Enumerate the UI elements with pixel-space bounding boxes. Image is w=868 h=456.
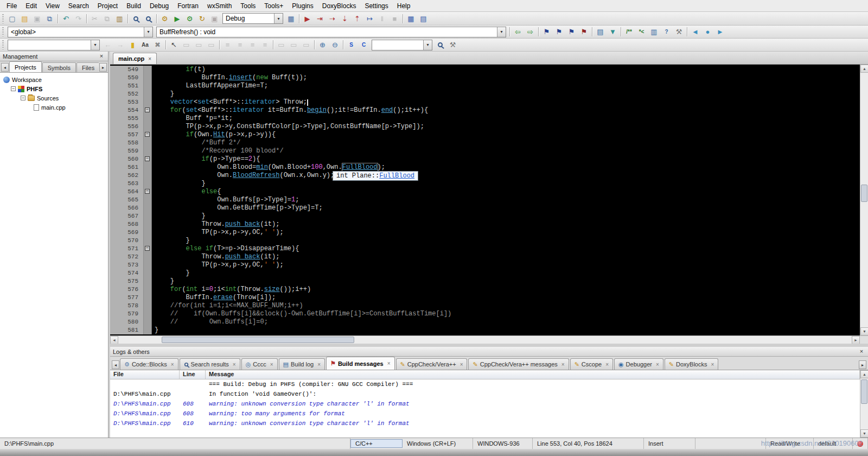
match-case-icon[interactable]: Aa — [139, 39, 151, 50]
log-tab-build-messages[interactable]: ⚑Build messages× — [326, 357, 394, 370]
close-icon[interactable]: × — [605, 362, 609, 368]
fold-toggle-icon[interactable]: − — [145, 189, 150, 194]
log-row[interactable]: D:\PHFS\main.cpp610warning: unknown conv… — [110, 419, 868, 428]
logs-close-icon[interactable]: × — [858, 348, 865, 355]
chevron-down-icon[interactable]: ▾ — [91, 40, 99, 50]
next-line-icon[interactable]: ⇢ — [326, 13, 339, 24]
log-tabs-scroll-right-icon[interactable]: ▸ — [859, 360, 866, 369]
menu-tools[interactable]: Tools+ — [260, 1, 288, 11]
close-icon[interactable]: × — [171, 362, 174, 368]
logs-scroll-track[interactable] — [860, 378, 868, 429]
column-header-message[interactable]: Message — [206, 370, 860, 379]
log-tabs-scroll-left-icon[interactable]: ◂ — [112, 360, 119, 369]
undo-icon[interactable]: ↶ — [60, 13, 72, 24]
step-out-icon[interactable]: ⇡ — [351, 13, 363, 24]
menu-debug[interactable]: Debug — [145, 1, 173, 11]
tree-item-workspace[interactable]: Workspace — [0, 75, 108, 84]
find-icon[interactable] — [130, 13, 142, 24]
class-browser-icon[interactable]: C — [358, 39, 370, 50]
doxy-line-comment-icon[interactable]: *< — [635, 26, 648, 37]
goto-prev-function-icon[interactable]: ⇦ — [512, 26, 524, 37]
toggle-bookmark-icon[interactable]: ⚑ — [540, 26, 553, 37]
new-file-icon[interactable]: ▢ — [6, 13, 18, 24]
collapse-icon[interactable]: − — [11, 86, 16, 91]
paste-icon[interactable]: ▥ — [113, 13, 126, 24]
prev-bookmark-icon[interactable]: ⚑ — [553, 26, 565, 37]
close-icon[interactable]: × — [233, 362, 236, 368]
next-instruction-icon[interactable]: ↦ — [363, 13, 376, 24]
scroll-right-icon[interactable]: ► — [852, 336, 860, 344]
scope-combo[interactable]: <global>▾ — [8, 27, 153, 37]
incsearch-highlight-icon[interactable]: ▮ — [126, 39, 139, 50]
log-tab-cppcheck-vera-messages[interactable]: ✎CppCheck/Vera++ messages× — [468, 358, 569, 370]
goto-next-function-icon[interactable]: ⇨ — [524, 26, 537, 37]
threadsearch-combo[interactable]: ▾ — [372, 40, 432, 50]
scroll-down-icon[interactable]: ▼ — [860, 327, 868, 335]
column-header-file[interactable]: File — [110, 370, 180, 379]
function-combo[interactable]: BuffRefresh() : void▾ — [156, 27, 506, 37]
doxy-settings-icon[interactable]: ⚒ — [673, 26, 685, 37]
close-icon[interactable]: × — [656, 362, 659, 368]
horizontal-scroll-thumb[interactable] — [162, 337, 354, 343]
fold-toggle-icon[interactable]: − — [145, 156, 150, 161]
tab-symbols[interactable]: Symbols — [42, 62, 76, 72]
management-tabs-scroll-right-icon[interactable]: ▸ — [99, 63, 107, 72]
code-area[interactable]: 549 if(t)550 BuffIn.insert(new Buff(t));… — [110, 65, 860, 335]
scroll-down-icon[interactable]: ▼ — [860, 429, 868, 438]
next-bookmark-icon[interactable]: ⚑ — [565, 26, 578, 37]
menu-fortran[interactable]: Fortran — [173, 1, 203, 11]
menu-settings[interactable]: Settings — [360, 1, 392, 11]
fold-toggle-icon[interactable]: − — [145, 246, 150, 251]
clear-bookmarks-icon[interactable]: ⚑ — [578, 26, 590, 37]
tree-item-sources[interactable]: − Sources — [0, 93, 108, 103]
logs-vertical-scrollbar[interactable]: ▲ ▼ — [860, 370, 868, 438]
step-into-icon[interactable]: ⇣ — [339, 13, 351, 24]
spell-check-icon[interactable]: S — [345, 39, 358, 50]
debug-continue-icon[interactable]: ▶ — [301, 13, 314, 24]
log-row[interactable]: === Build: Debug in PHFS (compiler: GNU … — [110, 379, 868, 389]
log-tab-cscope[interactable]: ✎Cscope× — [570, 358, 613, 370]
incsearch-combo[interactable]: ▾ — [8, 40, 100, 50]
menu-help[interactable]: Help — [393, 1, 415, 11]
close-icon[interactable]: × — [460, 362, 463, 368]
doxy-extract-icon[interactable]: ▼ — [607, 26, 619, 37]
properties-icon[interactable]: ▦ — [285, 13, 297, 24]
menu-view[interactable]: View — [41, 1, 64, 11]
log-row[interactable]: D:\PHFS\main.cpp608warning: too many arg… — [110, 409, 868, 419]
scroll-left-icon[interactable]: ◄ — [110, 336, 118, 344]
log-tab-debugger[interactable]: ◉Debugger× — [614, 358, 663, 370]
editor-tab-main-cpp[interactable]: main.cpp × — [113, 53, 157, 64]
close-icon[interactable]: × — [711, 362, 714, 368]
debugging-windows-icon[interactable]: ▦ — [405, 13, 417, 24]
log-tab-cccc[interactable]: ◎Cccc× — [241, 358, 278, 370]
close-icon[interactable]: × — [561, 362, 565, 368]
save-all-icon[interactable]: ⧉ — [43, 13, 56, 24]
jump-forward-icon[interactable]: ► — [714, 26, 726, 37]
build-and-run-icon[interactable]: ⚙ — [183, 13, 196, 24]
menu-file[interactable]: File — [2, 1, 21, 11]
run-icon[interactable]: ▶ — [171, 13, 183, 24]
replace-icon[interactable] — [142, 13, 155, 24]
chevron-down-icon[interactable]: ▾ — [144, 27, 152, 37]
chevron-down-icon[interactable]: ▾ — [423, 40, 432, 50]
menu-wxsmith[interactable]: wxSmith — [203, 1, 236, 11]
doxy-help-icon[interactable]: ? — [660, 26, 673, 37]
incsearch-clear-icon[interactable]: ✖ — [151, 39, 164, 50]
doxy-wizard-icon[interactable]: ▤ — [594, 26, 607, 37]
menu-search[interactable]: Search — [64, 1, 93, 11]
log-tab-build-log[interactable]: ▤Build log× — [279, 358, 325, 370]
open-file-icon[interactable]: ▤ — [18, 13, 31, 24]
collapse-icon[interactable]: − — [21, 96, 25, 100]
tab-files[interactable]: Files — [76, 62, 99, 72]
wxsmith-pointer-icon[interactable]: ↖ — [168, 39, 180, 50]
horizontal-scroll-track[interactable] — [118, 336, 852, 344]
doxy-run-html-icon[interactable]: ▥ — [648, 26, 660, 37]
log-row[interactable]: D:\PHFS\main.cpp608warning: unknown conv… — [110, 399, 868, 409]
editor-horizontal-scrollbar[interactable]: ◄ ► — [110, 335, 868, 344]
editor-vertical-scrollbar[interactable]: ▲ ▼ — [860, 65, 868, 335]
management-close-icon[interactable]: × — [98, 53, 105, 60]
log-tab-cppcheck-vera[interactable]: ✎CppCheck/Vera++× — [396, 358, 468, 370]
vertical-scroll-thumb[interactable] — [861, 185, 867, 202]
jump-current-icon[interactable]: ● — [701, 26, 714, 37]
chevron-down-icon[interactable]: ▾ — [274, 14, 283, 23]
